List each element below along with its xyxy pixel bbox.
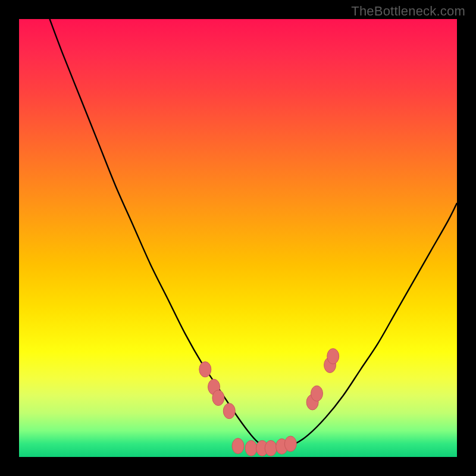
chart-stage: TheBottleneck.com (0, 0, 476, 476)
bottleneck-curve (50, 19, 457, 449)
plot-area (19, 19, 457, 457)
curve-marker (232, 439, 244, 454)
curve-marker (199, 362, 211, 377)
curve-marker (311, 386, 322, 401)
chart-svg (19, 19, 457, 457)
curve-marker (212, 390, 224, 406)
curve-marker (327, 349, 339, 364)
watermark-text: TheBottleneck.com (351, 4, 465, 19)
curve-marker (245, 440, 257, 456)
marker-group (199, 349, 339, 456)
curve-marker (284, 436, 296, 452)
curve-marker (223, 403, 235, 419)
curve-marker (265, 440, 277, 456)
